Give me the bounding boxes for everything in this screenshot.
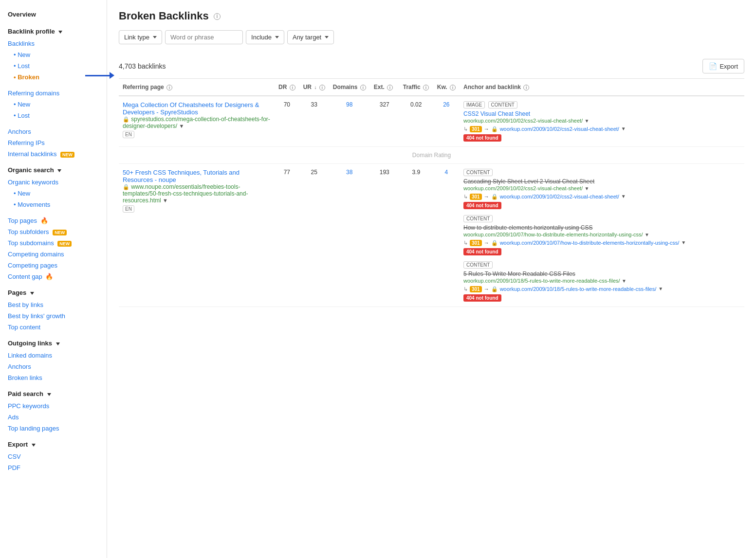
domain-rating-row: Domain Rating [119,147,744,164]
sidebar-organic-keywords[interactable]: Organic keywords [0,177,107,188]
word-or-phrase-input[interactable] [165,30,243,44]
redirect-url-extra-1[interactable]: woorkup.com/2009/10/07/how-to-distribute… [500,240,680,246]
redirect-badge-extra-1: 301 [470,240,482,246]
sidebar-referring-domains[interactable]: Referring domains [0,88,107,99]
redirect-row-2: ↳ 301 → 🔒 woorkup.com/2009/10/02/css2-vi… [463,194,740,200]
organic-search-arrow [57,169,61,172]
backlinks-count: 4,703 backlinks [119,62,166,70]
sidebar-broken-links[interactable]: Broken links [0,372,107,383]
include-filter[interactable]: Include [246,30,284,44]
redirect-row-extra-2: ↳ 301 → 🔒 woorkup.com/2009/10/18/5-rules… [463,286,740,292]
backlink-url-2: woorkup.com/2009/10/02/css2-visual-cheat… [463,185,583,191]
any-target-filter[interactable]: Any target [287,30,334,44]
anchor-title-extra-2[interactable]: 5 Rules To Write More Readable CSS Files [463,270,575,277]
col-ext: Ext. i [370,79,399,96]
domain-link-1[interactable]: spyrestudios.com [131,116,176,123]
top-subdomains-badge: NEW [57,241,72,247]
redirect-url-1[interactable]: woorkup.com/2009/10/02/css2-visual-cheat… [500,126,619,132]
referring-page-link-1[interactable]: Mega Collection Of Cheatsheets for Desig… [123,101,259,116]
referring-page-link-2[interactable]: 50+ Fresh CSS Techniques, Tutorials and … [123,169,240,183]
broken-pointer [85,72,114,79]
sidebar-top-landing-pages[interactable]: Top landing pages [0,423,107,434]
col-ur[interactable]: UR ↓ i [299,79,329,96]
col-domains: Domains i [329,79,370,96]
anchor-title-extra-1[interactable]: How to distribute elements horizontally … [463,224,592,231]
sidebar-outgoing-anchors[interactable]: Anchors [0,361,107,372]
sidebar-organic-movements[interactable]: • Movements [0,199,107,210]
domain-rating-label: Domain Rating [119,147,744,164]
sidebar-backlinks[interactable]: Backlinks [0,38,107,49]
sidebar-paid-search[interactable]: Paid search [0,387,107,400]
sidebar-referring-domains-lost[interactable]: • Lost [0,110,107,121]
backlink-url-1: woorkup.com/2009/10/02/css2-visual-cheat… [463,118,583,124]
extra-dropdown-2[interactable]: ▼ [622,278,627,284]
redirect-dropdown-1[interactable]: ▼ [621,126,626,131]
extra-redirect-dropdown-2[interactable]: ▼ [658,286,663,291]
redirect-url-extra-2[interactable]: woorkup.com/2009/10/18/5-rules-to-write-… [500,286,657,292]
lang-badge-1: EN [123,131,134,138]
sidebar-competing-domains[interactable]: Competing domains [0,249,107,260]
tag-content-extra-1: CONTENT [463,215,493,222]
domain-link-2[interactable]: www.noupe.com [131,183,174,190]
include-chevron [275,36,279,38]
sidebar-content-gap[interactable]: Content gap 🔥 [0,271,107,282]
sidebar-organic-new[interactable]: • New [0,188,107,199]
redirect-dropdown-2[interactable]: ▼ [621,194,626,199]
not-found-badge-extra-2: 404 not found [463,292,740,302]
sidebar-ads[interactable]: Ads [0,412,107,423]
extra-redirect-dropdown-1[interactable]: ▼ [681,240,686,245]
sidebar-backlinks-new[interactable]: • New [0,49,107,60]
traffic-info-icon: i [423,85,429,90]
anchor-title-link-2[interactable]: Cascading Style Sheet Level 2 Visual Che… [463,178,594,185]
anchor-title-link-1[interactable]: CSS2 Visual Cheat Sheet [463,110,530,117]
redirect-lock-extra-1: 🔒 [491,240,498,246]
sidebar-referring-domains-new[interactable]: • New [0,99,107,110]
sidebar-outgoing-links[interactable]: Outgoing links [0,337,107,350]
anchor-info-icon: i [523,85,529,90]
redirect-url-2[interactable]: woorkup.com/2009/10/02/css2-visual-cheat… [500,194,619,199]
sidebar-best-by-links[interactable]: Best by links [0,299,107,310]
extra-anchor-1: CONTENT How to distribute elements horiz… [463,215,740,255]
sidebar: Overview Backlink profile Backlinks • Ne… [0,0,107,558]
sidebar-backlinks-lost[interactable]: • Lost [0,60,107,72]
sidebar-anchors[interactable]: Anchors [0,126,107,137]
sidebar-referring-ips[interactable]: Referring IPs [0,137,107,148]
sidebar-csv[interactable]: CSV [0,451,107,462]
domains-info-icon: i [360,85,366,90]
sidebar-pages[interactable]: Pages [0,286,107,299]
extra-anchor-2: CONTENT 5 Rules To Write More Readable C… [463,261,740,302]
sidebar-overview[interactable]: Overview [0,8,107,21]
sidebar-export[interactable]: Export [0,438,107,451]
sidebar-pdf[interactable]: PDF [0,462,107,473]
sidebar-top-pages[interactable]: Top pages 🔥 [0,215,107,226]
export-arrow [32,444,36,447]
sidebar-linked-domains[interactable]: Linked domains [0,350,107,361]
kw-cell-2: 4 [433,164,460,307]
sidebar-competing-pages[interactable]: Competing pages [0,260,107,271]
export-icon: 📄 [709,62,717,70]
sidebar-ppc-keywords[interactable]: PPC keywords [0,400,107,412]
redirect-badge-extra-2: 301 [470,286,482,292]
extra-dropdown-1[interactable]: ▼ [645,232,649,237]
sidebar-organic-search[interactable]: Organic search [0,163,107,177]
backlink-dropdown-1[interactable]: ▼ [585,118,590,124]
dropdown-icon-1[interactable]: ▼ [179,123,184,129]
sidebar-top-subfolders[interactable]: Top subfolders NEW [0,226,107,237]
col-kw: Kw. i [433,79,460,96]
tag-image-1: IMAGE [463,101,485,108]
redirect-arrow-icon-2: ↳ [463,194,468,200]
sidebar-top-content[interactable]: Top content [0,322,107,333]
sidebar-internal-backlinks[interactable]: Internal backlinks NEW [0,148,107,160]
top-pages-fire-icon: 🔥 [40,217,48,224]
kw-cell-1: 26 [433,96,460,147]
backlink-dropdown-2[interactable]: ▼ [585,186,590,191]
link-type-filter[interactable]: Link type [119,30,162,44]
dropdown-icon-2[interactable]: ▼ [163,198,168,203]
sidebar-best-by-links-growth[interactable]: Best by links' growth [0,310,107,322]
export-button[interactable]: 📄 Export [702,59,744,73]
filters-bar: Link type Include Any target [119,30,744,44]
redirect-arrow-icon-1: ↳ [463,126,468,132]
sidebar-backlink-profile[interactable]: Backlink profile [0,25,107,38]
sidebar-top-subdomains[interactable]: Top subdomains NEW [0,237,107,249]
col-traffic: Traffic i [399,79,433,96]
